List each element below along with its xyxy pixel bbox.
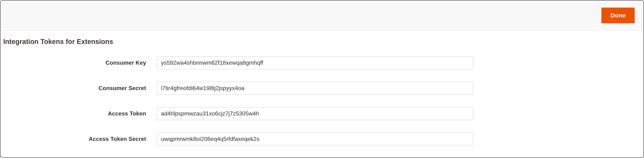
consumer-secret-input[interactable] [157, 82, 473, 95]
access-token-secret-label: Access Token Secret [3, 136, 157, 142]
consumer-secret-label: Consumer Secret [3, 85, 157, 92]
modal-body: Integration Tokens for Extensions Consum… [0, 31, 644, 145]
access-token-input[interactable] [157, 107, 473, 120]
form-row-consumer-key: Consumer Key [3, 56, 644, 69]
section-title: Integration Tokens for Extensions [3, 38, 644, 46]
consumer-key-input[interactable] [157, 56, 473, 69]
done-button[interactable]: Done [602, 8, 635, 23]
access-token-label: Access Token [3, 110, 157, 117]
form-row-consumer-secret: Consumer Secret [3, 82, 644, 95]
form-row-access-token-secret: Access Token Secret [3, 133, 644, 145]
consumer-key-label: Consumer Key [3, 59, 157, 66]
form-row-access-token: Access Token [3, 107, 644, 120]
integration-tokens-modal: Done Integration Tokens for Extensions C… [0, 0, 644, 158]
access-token-secret-input[interactable] [157, 133, 473, 145]
modal-header: Done [0, 0, 644, 31]
